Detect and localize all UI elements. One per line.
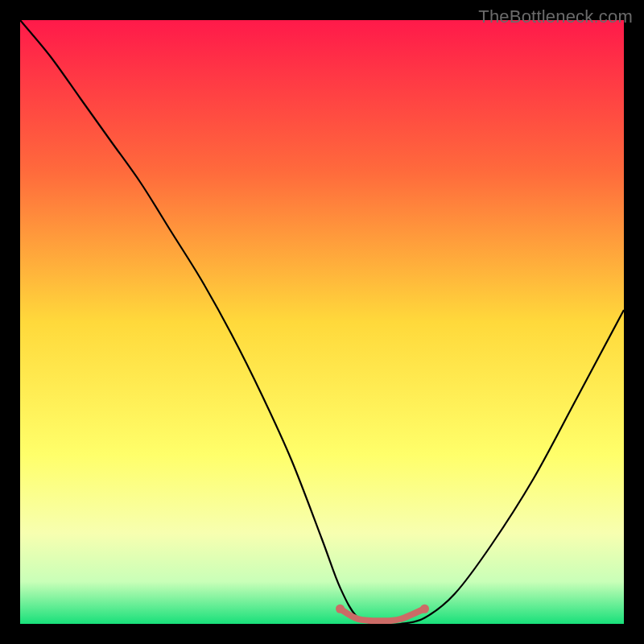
flat-region-dot [420, 605, 429, 613]
chart-svg [20, 20, 624, 624]
flat-region-dot [336, 605, 345, 613]
bottleneck-chart [20, 20, 624, 624]
chart-background [20, 20, 624, 624]
watermark-text: TheBottleneck.com [478, 6, 633, 27]
